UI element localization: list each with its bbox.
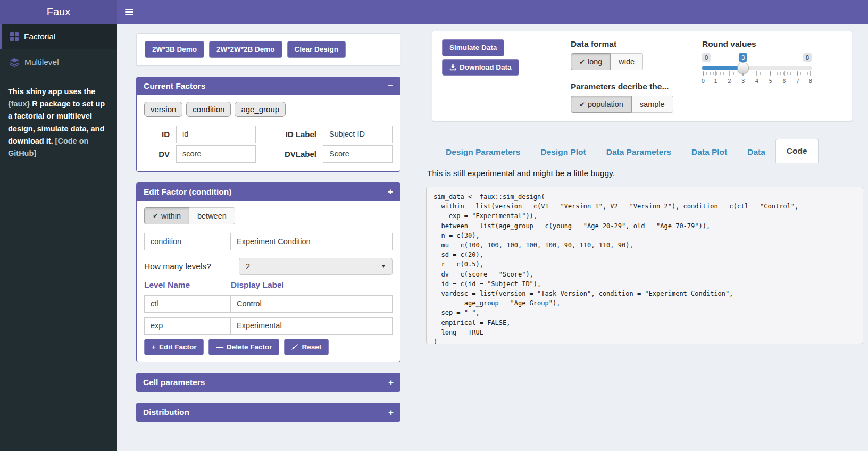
id-label-input[interactable]: [323, 126, 393, 143]
slider-tick-label: 4: [755, 78, 758, 84]
factor-type-toggle: ✔ within between: [144, 207, 235, 224]
slider-tick: [703, 71, 704, 76]
dv-input[interactable]: [176, 145, 256, 163]
tab-code[interactable]: Code: [775, 139, 819, 163]
factor-tag-row: version condition age_group: [144, 102, 393, 117]
layers-icon: [10, 58, 19, 67]
sample-toggle[interactable]: sample: [632, 96, 673, 113]
expand-plus-icon[interactable]: +: [388, 187, 393, 196]
toggle-label: between: [197, 212, 227, 220]
dv-label-input[interactable]: [323, 145, 393, 163]
level-label-input-2[interactable]: [230, 317, 393, 335]
slider-handle[interactable]: [737, 62, 749, 74]
minus-icon: —: [216, 344, 223, 351]
edit-factor-actions: + Edit Factor — Delete Factor: [144, 339, 393, 356]
main-content: 2W*3B Demo 2W*2W*2B Demo Clear Design Cu…: [117, 24, 868, 451]
levels-label: How many levels?: [144, 262, 239, 271]
round-values-control: Round values 0 8 3: [702, 39, 842, 113]
data-format-toggle: ✔ long wide: [571, 53, 643, 70]
format-controls: Data format ✔ long wide Parameters decri…: [571, 39, 702, 113]
experimental-note: This is still experimental and might be …: [427, 169, 863, 178]
wide-toggle[interactable]: wide: [611, 53, 643, 70]
level-name-header: Level Name: [144, 280, 231, 290]
sidebar-item-factorial[interactable]: Factorial: [0, 24, 117, 49]
sidebar-item-label: Factorial: [24, 32, 55, 41]
expand-plus-icon[interactable]: +: [388, 378, 394, 387]
toggle-label: wide: [619, 57, 635, 66]
level-label-input-1[interactable]: [230, 295, 393, 313]
tab-data-parameters[interactable]: Data Parameters: [596, 141, 681, 163]
factor-tag-age-group[interactable]: age_group: [235, 102, 286, 117]
long-toggle[interactable]: ✔ long: [571, 53, 611, 70]
data-format-label: Data format: [571, 39, 702, 49]
delete-factor-button[interactable]: — Delete Factor: [208, 339, 279, 356]
factor-name-input[interactable]: [144, 233, 231, 250]
chevron-down-icon: [381, 265, 386, 268]
slider-tick: [757, 71, 757, 76]
population-toggle[interactable]: ✔ population: [571, 96, 632, 113]
sidebar-item-multilevel[interactable]: Multilevel: [0, 49, 117, 75]
reset-button[interactable]: Reset: [284, 339, 329, 356]
slider-tick: [784, 71, 784, 76]
tab-data-plot[interactable]: Data Plot: [681, 141, 737, 163]
parameters-toggle: ✔ population sample: [571, 96, 673, 113]
level-headers: Level Name Display Label: [144, 280, 393, 290]
faux-package-link[interactable]: {faux}: [8, 99, 30, 108]
simulate-data-button[interactable]: Simulate Data: [442, 39, 504, 56]
sidebar: Factorial Multilevel This shiny app uses…: [0, 24, 117, 451]
edit-factor-button[interactable]: + Edit Factor: [144, 339, 204, 356]
within-toggle[interactable]: ✔ within: [144, 207, 189, 224]
factor-tag-condition[interactable]: condition: [186, 102, 231, 117]
cell-parameters-header[interactable]: Cell parameters +: [136, 373, 400, 392]
sidebar-toggle-button[interactable]: [117, 0, 141, 24]
expand-plus-icon[interactable]: +: [388, 408, 394, 417]
check-icon: ✔: [579, 101, 585, 108]
tab-design-parameters[interactable]: Design Parameters: [436, 141, 530, 163]
plus-icon: +: [152, 344, 156, 351]
current-factors-header[interactable]: Current Factors −: [137, 77, 400, 95]
panel-title: Distribution: [143, 407, 189, 417]
display-label-header: Display Label: [231, 280, 284, 290]
between-toggle[interactable]: between: [189, 207, 235, 224]
output-tabset: Design Parameters Design Plot Data Param…: [426, 138, 863, 344]
factor-display-input[interactable]: [230, 233, 393, 250]
button-label: Edit Factor: [159, 344, 197, 351]
sidebar-item-label: Multilevel: [24, 57, 59, 67]
factor-tag-version[interactable]: version: [144, 102, 182, 117]
button-label: Download Data: [460, 64, 512, 71]
demo-buttons-box: 2W*3B Demo 2W*2W*2B Demo Clear Design: [136, 33, 400, 66]
app-logo[interactable]: Faux: [0, 0, 117, 24]
download-data-button[interactable]: Download Data: [442, 59, 519, 76]
slider-tick-label: 3: [741, 78, 745, 84]
clear-design-button[interactable]: Clear Design: [287, 41, 346, 58]
demo-2w3b-button[interactable]: 2W*3B Demo: [145, 41, 204, 58]
dv-label-label: DVLabel: [262, 149, 316, 158]
collapse-minus-icon[interactable]: −: [388, 81, 393, 90]
level-name-input-2[interactable]: [144, 317, 231, 335]
button-label: Delete Factor: [227, 344, 272, 351]
id-label-label: ID Label: [262, 130, 316, 139]
demo-2w2w2b-button[interactable]: 2W*2W*2B Demo: [209, 41, 282, 58]
distribution-header[interactable]: Distribution +: [136, 403, 400, 422]
sidebar-about-text: This shiny app uses the {faux} R package…: [0, 75, 117, 170]
round-values-label: Round values: [702, 39, 842, 49]
code-block: sim_data <- faux::sim_design( within = l…: [426, 187, 863, 344]
id-input[interactable]: [176, 126, 256, 143]
toggle-label: sample: [640, 100, 665, 108]
level-name-input-1[interactable]: [144, 295, 231, 313]
tab-data[interactable]: Data: [737, 141, 775, 163]
levels-select[interactable]: 2: [239, 258, 393, 275]
toggle-label: long: [588, 57, 602, 66]
slider-tick-label: 1: [714, 78, 717, 84]
slider-tick: [798, 71, 798, 76]
hamburger-icon: [125, 9, 133, 10]
navbar: [117, 0, 868, 24]
slider-value-badge: 3: [739, 53, 747, 62]
design-column: 2W*3B Demo 2W*2W*2B Demo Clear Design Cu…: [136, 33, 400, 422]
id-dv-form: ID ID Label DV DVLabel: [144, 126, 393, 165]
tab-design-plot[interactable]: Design Plot: [530, 141, 596, 163]
slider-tick: [729, 71, 730, 76]
toggle-label: within: [161, 212, 181, 220]
levels-row: How many levels? 2: [144, 258, 393, 275]
edit-factor-header[interactable]: Edit Factor (condition) +: [137, 183, 400, 201]
